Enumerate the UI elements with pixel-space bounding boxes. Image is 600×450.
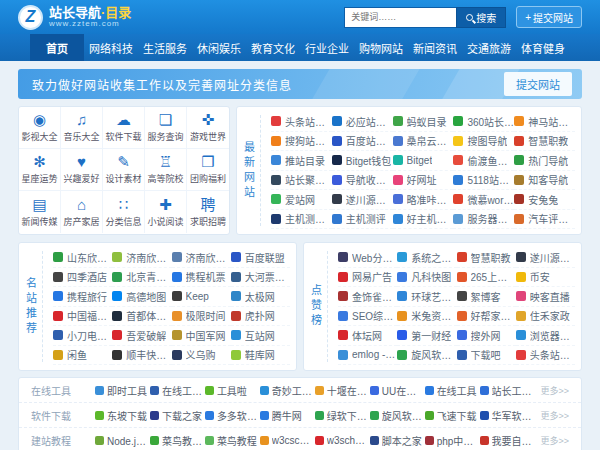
site-link[interactable]: 知客导航	[514, 171, 575, 191]
site-link[interactable]: 旋风软件园	[370, 408, 425, 423]
site-link[interactable]: 绿软下载站	[315, 408, 370, 423]
site-link[interactable]: 下载之家	[150, 408, 205, 423]
category-games[interactable]: ✜游戏世界	[187, 107, 229, 149]
site-link[interactable]: 智慧职教	[514, 132, 575, 152]
site-link[interactable]: 5118站长工具	[453, 171, 514, 191]
site-link[interactable]: 搜狗站长平台	[271, 132, 332, 152]
site-link[interactable]: 偷渡鱼网址...	[453, 151, 514, 171]
category-universities[interactable]: ♖高等院校	[145, 149, 187, 191]
more-link[interactable]: 更多>>	[540, 409, 569, 422]
nav-item-9[interactable]: 体育健身	[516, 34, 570, 61]
site-link[interactable]: 济南欣欣化...	[172, 248, 231, 268]
site-link[interactable]: 好帮家家政网	[457, 307, 516, 327]
site-link[interactable]: UU在线工具	[370, 383, 425, 398]
site-link[interactable]: 系统之家官网	[397, 248, 456, 268]
search-button[interactable]: 搜索	[456, 7, 506, 28]
site-link[interactable]: 首都体育学院	[112, 307, 171, 327]
site-link[interactable]: 安兔兔	[514, 190, 575, 210]
site-link[interactable]: 浏览器家园	[516, 326, 575, 346]
site-link[interactable]: 推站目录	[271, 151, 332, 171]
site-link[interactable]: 飞速下载	[425, 408, 480, 423]
site-link[interactable]: w3school ...	[315, 433, 370, 448]
site-link[interactable]: 虎扑网	[231, 307, 290, 327]
site-link[interactable]: 十堰在线...	[315, 383, 370, 398]
site-link[interactable]: 我要自学网	[480, 433, 535, 448]
site-link[interactable]: 东坡下载	[95, 408, 150, 423]
site-link[interactable]: Web分类目...	[338, 248, 397, 268]
site-link[interactable]: 鞋库网	[231, 346, 290, 366]
site-link[interactable]: w3cschool	[260, 433, 315, 448]
site-link[interactable]: Bitget钱包	[332, 151, 393, 171]
site-link[interactable]: 站长工具网	[480, 383, 535, 398]
nav-item-3[interactable]: 休闲娱乐	[192, 34, 246, 61]
site-link[interactable]: 主机测评网	[271, 210, 332, 230]
site-link[interactable]: Keep	[172, 287, 231, 307]
more-link[interactable]: 更多>>	[540, 434, 569, 447]
category-group-buying[interactable]: ❒团购福利	[187, 149, 229, 191]
nav-item-0[interactable]: 首页	[30, 34, 84, 61]
site-link[interactable]: 站长聚集地	[271, 171, 332, 191]
site-link[interactable]: 在线工具	[425, 383, 480, 398]
site-link[interactable]: 百度站长平台	[332, 132, 393, 152]
site-link[interactable]: 好主机测评网	[393, 210, 454, 230]
category-design-assets[interactable]: ✎设计素材	[103, 149, 145, 191]
category-software-download[interactable]: ☁软件下载	[103, 107, 145, 149]
site-link[interactable]: 头条站长平台	[271, 112, 332, 132]
site-link[interactable]: 多多软件站	[205, 408, 260, 423]
site-link[interactable]: 腾牛网	[260, 408, 315, 423]
site-link[interactable]: 四季酒店	[53, 268, 112, 288]
site-link[interactable]: 智慧职教	[457, 248, 516, 268]
category-jobs[interactable]: 聘求职招聘	[187, 191, 229, 233]
site-link[interactable]: 互站网	[231, 326, 290, 346]
site-link[interactable]: 体坛网	[338, 326, 397, 346]
site-link[interactable]: 中国军网	[172, 326, 231, 346]
nav-item-7[interactable]: 新闻资讯	[408, 34, 462, 61]
site-link[interactable]: 旋风软件园	[397, 346, 456, 366]
site-link[interactable]: 吾爱破解	[112, 326, 171, 346]
site-link[interactable]: 奇妙工具箱	[260, 383, 315, 398]
site-link[interactable]: 爱站网	[271, 190, 332, 210]
site-link[interactable]: 桑帛云导航	[393, 132, 454, 152]
nav-item-5[interactable]: 行业企业	[300, 34, 354, 61]
nav-item-8[interactable]: 交通旅游	[462, 34, 516, 61]
nav-item-1[interactable]: 网络科技	[84, 34, 138, 61]
site-link[interactable]: 住禾家政	[516, 307, 575, 327]
site-link[interactable]: 蚂蚁目录	[393, 112, 454, 132]
category-news-media[interactable]: ▤新闻传媒	[19, 191, 61, 233]
site-link[interactable]: emlog - eml...	[338, 346, 397, 366]
site-link[interactable]: 遂川源码网	[332, 190, 393, 210]
site-link[interactable]: 环球艺术网	[397, 287, 456, 307]
site-link[interactable]: php中文网	[425, 433, 480, 448]
nav-item-6[interactable]: 购物网站	[354, 34, 408, 61]
site-link[interactable]: 在线工具网	[150, 383, 205, 398]
category-real-estate[interactable]: ⌂房产家居	[61, 191, 103, 233]
site-link[interactable]: 必应站长平台	[332, 112, 393, 132]
site-link[interactable]: 导航收录网	[332, 171, 393, 191]
site-link[interactable]: 太极网	[231, 287, 290, 307]
site-link[interactable]: 山东欣烨生...	[53, 248, 112, 268]
site-link[interactable]: 主机测评	[332, 210, 393, 230]
site-link[interactable]: 微慕wordpres...	[453, 190, 514, 210]
site-link[interactable]: 下载吧	[457, 346, 516, 366]
site-link[interactable]: 中国福彩网	[53, 307, 112, 327]
site-link[interactable]: 携程机票	[172, 268, 231, 288]
category-hobbies[interactable]: ♥兴趣爱好	[61, 149, 103, 191]
site-logo[interactable]: Z 站长导航·目录 www.zztem.com	[18, 5, 131, 30]
site-link[interactable]: 搜外网	[457, 326, 516, 346]
site-link[interactable]: 遂川源码网	[516, 248, 575, 268]
site-link[interactable]: 菜鸟教程网	[150, 433, 205, 448]
category-novels[interactable]: ✚小说阅读	[145, 191, 187, 233]
nav-item-2[interactable]: 生活服务	[138, 34, 192, 61]
site-link[interactable]: 略准咔网址...	[393, 190, 454, 210]
site-link[interactable]: 神马站长平台	[514, 112, 575, 132]
more-link[interactable]: 更多>>	[540, 384, 569, 397]
site-link[interactable]: 工具啦	[205, 383, 260, 398]
site-link[interactable]: 汽车评测网	[514, 210, 575, 230]
search-input[interactable]	[344, 7, 456, 28]
site-link[interactable]: SEO综合查询	[338, 307, 397, 327]
site-link[interactable]: 絮博客	[457, 287, 516, 307]
site-link[interactable]: 大河票务网	[231, 268, 290, 288]
category-service-query[interactable]: ❏服务查询	[145, 107, 187, 149]
site-link[interactable]: 265上网导航	[457, 268, 516, 288]
site-link[interactable]: 币安	[516, 268, 575, 288]
